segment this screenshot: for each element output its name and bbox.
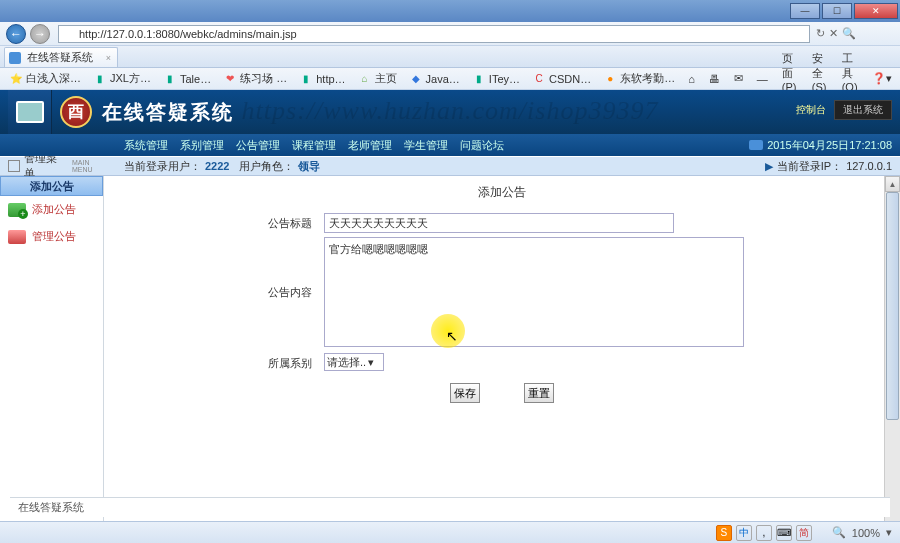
url-action-icons: ↻ ✕ 🔍 xyxy=(816,27,896,40)
forward-icon: → xyxy=(30,24,50,44)
bookmark-icon: ◆ xyxy=(409,72,423,86)
ip-prefix: 当前登录IP： xyxy=(777,159,842,174)
toolbar-icon-2[interactable]: ✉ xyxy=(730,72,747,85)
tab-title: 在线答疑系统 xyxy=(27,50,93,65)
role-value: 领导 xyxy=(298,159,320,174)
bookmark-icon: ❤ xyxy=(223,72,237,86)
current-user-prefix: 当前登录用户： xyxy=(124,159,201,174)
search-icon[interactable]: 🔍 xyxy=(842,27,856,40)
ime-box-4[interactable]: 简 xyxy=(796,525,812,541)
bookmark-item-2[interactable]: ▮Tale… xyxy=(158,72,216,86)
tab-close-icon[interactable]: × xyxy=(106,53,111,63)
select-department[interactable]: 请选择.. ▾ xyxy=(324,353,384,371)
refresh-icon[interactable]: ↻ xyxy=(816,27,825,40)
bookmark-label: 东软考勤… xyxy=(620,71,675,86)
ime-box-3[interactable]: ⌨ xyxy=(776,525,792,541)
address-bar: ← → ↻ ✕ 🔍 xyxy=(0,22,900,46)
monitor-icon xyxy=(16,101,44,123)
textarea-content[interactable]: 官方给嗯嗯嗯嗯嗯嗯 xyxy=(324,237,744,347)
main-panel: 添加公告 公告标题 公告内容 官方给嗯嗯嗯嗯嗯嗯 所属系别 请选择.. ▾ 保存… xyxy=(104,176,900,543)
bookmark-label: Java… xyxy=(426,73,460,85)
toolbar-icon-3[interactable]: — xyxy=(753,73,772,85)
bookmark-item-3[interactable]: ❤练习场 … xyxy=(218,71,292,86)
window-close-button[interactable]: ✕ xyxy=(854,3,898,19)
save-button[interactable]: 保存 xyxy=(450,383,480,403)
label-subject: 公告标题 xyxy=(104,213,324,231)
bookmark-item-9[interactable]: ●东软考勤… xyxy=(598,71,680,86)
calendar-icon xyxy=(749,140,763,150)
nav-item-0[interactable]: 系统管理 xyxy=(120,138,172,153)
toolbar-icon-1[interactable]: 🖶 xyxy=(705,73,724,85)
info-bar: 管理菜单 MAIN MENU 当前登录用户： 2222 用户角色： 领导 ▶ 当… xyxy=(0,156,900,176)
window-maximize-button[interactable]: ☐ xyxy=(822,3,852,19)
ime-box-1[interactable]: 中 xyxy=(736,525,752,541)
zoom-value: 100% xyxy=(852,527,880,539)
app-nav: 系统管理系别管理公告管理课程管理老师管理学生管理问题论坛 2015年04月25日… xyxy=(0,134,900,156)
nav-item-6[interactable]: 问题论坛 xyxy=(456,138,508,153)
nav-item-4[interactable]: 老师管理 xyxy=(344,138,396,153)
nav-back-button[interactable]: ← xyxy=(4,24,28,44)
sidebar-active-section[interactable]: 添加公告 xyxy=(0,176,103,196)
ime-box-2[interactable]: , xyxy=(756,525,772,541)
bookmark-label: 主页 xyxy=(375,71,397,86)
label-content: 公告内容 xyxy=(104,237,324,300)
bookmark-item-8[interactable]: CCSDN… xyxy=(527,72,596,86)
nav-item-3[interactable]: 课程管理 xyxy=(288,138,340,153)
bookmark-icon: ▮ xyxy=(163,72,177,86)
nav-forward-button[interactable]: → xyxy=(28,24,52,44)
ime-box-0[interactable]: S xyxy=(716,525,732,541)
bookmark-icon: ▮ xyxy=(93,72,107,86)
footer-text: 在线答疑系统 xyxy=(18,500,84,515)
back-icon: ← xyxy=(6,24,26,44)
ip-value: 127.0.0.1 xyxy=(846,160,892,172)
bookmark-item-1[interactable]: ▮JXL方… xyxy=(88,71,156,86)
bookmark-item-7[interactable]: ▮ITey… xyxy=(467,72,525,86)
timestamp-text: 2015年04月25日17:21:08 xyxy=(767,138,892,153)
bookmark-item-5[interactable]: ⌂主页 xyxy=(353,71,402,86)
app-header: 酉 在线答疑系统 控制台 退出系统 xyxy=(0,90,900,134)
toolbar-icon-0[interactable]: ⌂ xyxy=(684,73,699,85)
reset-button[interactable]: 重置 xyxy=(524,383,554,403)
sidebar-item-label: 管理公告 xyxy=(32,229,76,244)
arrow-icon: ▶ xyxy=(765,160,773,173)
bookmark-item-0[interactable]: ⭐白浅入深… xyxy=(4,71,86,86)
input-subject[interactable] xyxy=(324,213,674,233)
bookmark-label: CSDN… xyxy=(549,73,591,85)
nav-item-5[interactable]: 学生管理 xyxy=(400,138,452,153)
menu-icon xyxy=(8,160,20,172)
bookmark-label: JXL方… xyxy=(110,71,151,86)
bookmark-icon: ▮ xyxy=(299,72,313,86)
header-timestamp: 2015年04月25日17:21:08 xyxy=(749,138,892,153)
stop-icon[interactable]: ✕ xyxy=(829,27,838,40)
sidebar-item-label: 添加公告 xyxy=(32,202,76,217)
nav-item-1[interactable]: 系别管理 xyxy=(176,138,228,153)
bookmark-label: 练习场 … xyxy=(240,71,287,86)
nav-item-2[interactable]: 公告管理 xyxy=(232,138,284,153)
bookmark-item-6[interactable]: ◆Java… xyxy=(404,72,465,86)
select-department-value: 请选择.. xyxy=(327,355,366,370)
current-user-id: 2222 xyxy=(205,160,229,172)
tab-favicon-icon xyxy=(9,52,21,64)
logout-button[interactable]: 退出系统 xyxy=(834,100,892,120)
scroll-up-icon[interactable]: ▲ xyxy=(885,176,900,192)
chevron-down-icon: ▾ xyxy=(368,356,374,369)
scroll-thumb[interactable] xyxy=(886,192,899,420)
menu-dropdown-3[interactable]: ❓▾ xyxy=(868,72,896,85)
sidebar-item-icon xyxy=(8,203,26,217)
app-footer: 在线答疑系统 xyxy=(10,497,890,517)
bookmark-item-4[interactable]: ▮http… xyxy=(294,72,350,86)
bookmark-label: ITey… xyxy=(489,73,520,85)
bookmark-icon: ● xyxy=(603,72,617,86)
window-titlebar: — ☐ ✕ xyxy=(0,0,900,22)
ime-indicator: S中,⌨简 xyxy=(716,525,812,541)
tab-main[interactable]: 在线答疑系统 × xyxy=(4,47,118,67)
header-console-label: 控制台 xyxy=(796,103,826,117)
zoom-control[interactable]: 🔍 100% ▾ xyxy=(832,526,892,539)
zoom-icon: 🔍 xyxy=(832,526,846,539)
app-logo-icon: 酉 xyxy=(60,96,92,128)
main-scrollbar[interactable]: ▲ ▼ xyxy=(884,176,900,543)
window-minimize-button[interactable]: — xyxy=(790,3,820,19)
url-input[interactable] xyxy=(58,25,810,43)
sidebar-item-1[interactable]: 管理公告 xyxy=(0,223,103,250)
sidebar-item-0[interactable]: 添加公告 xyxy=(0,196,103,223)
